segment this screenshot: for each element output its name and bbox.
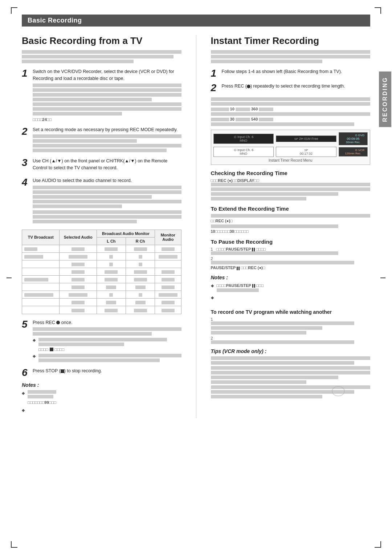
step-5-content: Press REC once. ◆ □□□□ □□□□ bbox=[33, 319, 181, 364]
table-sub-lch: L Ch bbox=[97, 237, 126, 245]
step-3: 3 Use CH (▲/▼) on the front panel or CH/… bbox=[22, 158, 181, 173]
right-step-1: 1 Follow steps 1-4 as shown left (Basic … bbox=[211, 68, 371, 78]
notes-title-left: Notes : bbox=[22, 382, 181, 388]
timer-free-1: SP 2H 01M Free bbox=[276, 135, 336, 142]
left-intro bbox=[22, 50, 181, 63]
notes-title-right: Notes : bbox=[211, 275, 371, 280]
notes-section-left: Notes : ◆ □□□□□□□99□□□ ◆ bbox=[22, 382, 181, 417]
watch-step-2: 2 bbox=[211, 336, 371, 344]
tip-item bbox=[211, 366, 371, 384]
watch-title: To record one TV program while watching … bbox=[211, 309, 371, 315]
note-item: ◆ □□□□□□□99□□□ bbox=[22, 390, 181, 406]
step-2-number: 2 bbox=[22, 126, 30, 137]
notes-section-right: Notes : ◆ □□□□PAUSE/STEP □□□ ◆ bbox=[211, 275, 371, 304]
step-4-number: 4 bbox=[22, 177, 30, 187]
table-header-monitor: MonitorAudio bbox=[155, 230, 181, 245]
step-3-text: Use CH (▲/▼) on the front panel or CH/TR… bbox=[33, 158, 181, 171]
table-row bbox=[22, 306, 181, 314]
timer-menu-row-1: ⊙ Input Ch. 6 MNO SP 2H 01M Free ⊙ DVD 0… bbox=[213, 132, 368, 145]
step-2-content: Set a recording mode as necessary by pre… bbox=[33, 126, 181, 154]
pause-title: To Pause the Recording bbox=[211, 239, 371, 245]
table-row bbox=[22, 276, 181, 283]
header-bar: Basic Recording bbox=[22, 15, 370, 27]
table-row bbox=[22, 245, 181, 252]
note-bullet: ◆ bbox=[22, 407, 25, 413]
notes-content-right: ◆ □□□□PAUSE/STEP □□□ ◆ bbox=[211, 283, 371, 304]
extend-content: □□REC (●)□ bbox=[211, 214, 371, 223]
step-5-number: 5 bbox=[22, 319, 30, 329]
checking-content: □□□REC (●)□□DISPLAY□□ bbox=[211, 178, 371, 200]
timer-menu-row-2: ⊙ Input Ch. 6 MNO SP 00:17:32 ⊙ VCR bbox=[213, 147, 368, 157]
step-6-number: 6 bbox=[22, 368, 30, 378]
step-5-text: Press REC once. bbox=[33, 319, 181, 326]
note-item: ◆ bbox=[211, 295, 371, 304]
right-step-1-content: Follow steps 1-4 as shown left (Basic Re… bbox=[222, 68, 371, 77]
header-title: Basic Recording bbox=[28, 17, 82, 24]
watch-step-1: 1 bbox=[211, 317, 371, 335]
right-section-title: Instant Timer Recording bbox=[211, 35, 371, 46]
step-3-number: 3 bbox=[22, 158, 30, 168]
pause-step-2: 2 PAUSE/STEP □□□REC (●)□ bbox=[211, 256, 371, 270]
tips-title: Tips (VCR mode only) : bbox=[211, 348, 371, 354]
note-item: ◆ bbox=[22, 407, 181, 417]
table-row bbox=[22, 260, 181, 268]
tip-item bbox=[211, 385, 371, 398]
table-header-tv: TV Broadcast bbox=[22, 230, 60, 245]
bottom-oval bbox=[332, 386, 345, 396]
right-step-1-text: Follow steps 1-4 as shown left (Basic Re… bbox=[222, 68, 371, 75]
step-1: 1 Switch on the VCR/DVD Recorder, select… bbox=[22, 68, 181, 122]
right-step-2-content: Press REC () repeatedly to select the re… bbox=[222, 83, 371, 91]
right-column: RECORDING Instant Timer Recording 1 Foll… bbox=[211, 35, 371, 400]
column-divider bbox=[196, 35, 196, 418]
right-step-2-text: Press REC () repeatedly to select the re… bbox=[222, 83, 371, 90]
checking-title: Checking the Recording Time bbox=[211, 170, 371, 176]
table-header-broadcast: Broadcast Audio Monitor bbox=[97, 230, 155, 237]
right-intro bbox=[211, 50, 371, 63]
timer-dvd-box: ⊙ DVD 00:09:05 30min Rec. bbox=[339, 132, 368, 145]
step-1-content: Switch on the VCR/DVD Recorder, select t… bbox=[33, 68, 181, 122]
timer-vcr-box: ⊙ VCR 120min Rec. bbox=[339, 147, 368, 157]
recording-tab: RECORDING bbox=[379, 72, 391, 127]
timer-menu-label: Instant Timer Record Menu bbox=[213, 158, 368, 162]
timer-details: 10 360 30 540 bbox=[211, 97, 371, 126]
extend-title: To Extend the Recording Time bbox=[211, 206, 371, 212]
note-text: □□□□PAUSE/STEP □□□ bbox=[217, 283, 264, 293]
right-step-1-number: 1 bbox=[211, 68, 219, 78]
table-row bbox=[22, 268, 181, 275]
step-2-text: Set a recording mode as necessary by pre… bbox=[33, 126, 181, 133]
note-item: ◆ □□□□PAUSE/STEP □□□ bbox=[211, 283, 371, 293]
extend-detail: 10□□□□□□30□□□□□□ bbox=[211, 224, 371, 234]
table-header-selected: Selected Audio bbox=[60, 230, 97, 245]
audio-table: TV Broadcast Selected Audio Broadcast Au… bbox=[22, 230, 181, 314]
notes-content-left: ◆ □□□□□□□99□□□ ◆ bbox=[22, 390, 181, 417]
note-text: □□□□□□□99□□□ bbox=[28, 390, 56, 406]
timer-menu: ⊙ Input Ch. 6 MNO SP 2H 01M Free ⊙ DVD 0… bbox=[211, 130, 371, 165]
table-row bbox=[22, 299, 181, 306]
step-1-text: Switch on the VCR/DVD Recorder, select t… bbox=[33, 68, 181, 82]
pause-step-1: 1 □□□□PAUSE/STEP □□□□ bbox=[211, 247, 371, 255]
left-section-title: Basic Recording from a TV bbox=[22, 35, 181, 46]
step-6-text: Press STOP () to stop recording. bbox=[33, 368, 181, 374]
step-6: 6 Press STOP () to stop recording. bbox=[22, 368, 181, 378]
step-5: 5 Press REC once. ◆ □□□□ □□□□ bbox=[22, 319, 181, 364]
table-row bbox=[22, 291, 181, 299]
table-row bbox=[22, 252, 181, 260]
step-2: 2 Set a recording mode as necessary by p… bbox=[22, 126, 181, 154]
step-1-number: 1 bbox=[22, 68, 30, 78]
timer-input-ch-1: ⊙ Input Ch. 6 MNO bbox=[213, 134, 274, 144]
right-step-2-number: 2 bbox=[211, 83, 219, 93]
tips-content bbox=[211, 356, 371, 398]
note-bullet: ◆ bbox=[22, 390, 25, 396]
timer-input-ch-2: ⊙ Input Ch. 6 MNO bbox=[213, 147, 274, 157]
table-row bbox=[22, 283, 181, 291]
left-column: Basic Recording from a TV 1 Switch on th… bbox=[22, 35, 181, 418]
step-4-content: Use AUDIO to select the audio channel to… bbox=[33, 177, 181, 224]
step-6-content: Press STOP () to stop recording. bbox=[33, 368, 181, 376]
step-4: 4 Use AUDIO to select the audio channel … bbox=[22, 177, 181, 224]
timer-time-2: SP 00:17:32 bbox=[276, 147, 336, 157]
step-3-content: Use CH (▲/▼) on the front panel or CH/TR… bbox=[33, 158, 181, 173]
tip-item bbox=[211, 356, 371, 365]
right-step-2: 2 Press REC () repeatedly to select the … bbox=[211, 83, 371, 93]
step-4-text: Use AUDIO to select the audio channel to… bbox=[33, 177, 181, 184]
table-sub-rch: R Ch bbox=[126, 237, 155, 245]
